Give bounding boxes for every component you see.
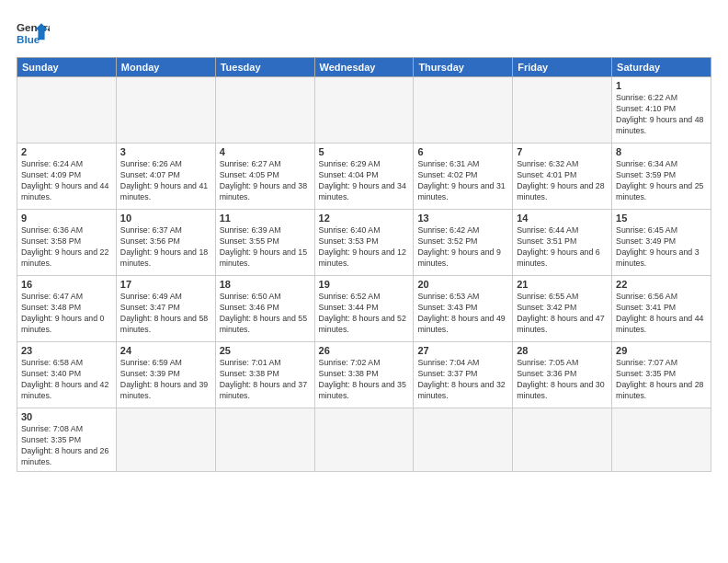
day-info: Sunrise: 6:55 AM Sunset: 3:42 PM Dayligh… (517, 292, 608, 336)
calendar-cell: 25Sunrise: 7:01 AM Sunset: 3:38 PM Dayli… (215, 342, 314, 408)
calendar-cell: 4Sunrise: 6:27 AM Sunset: 4:05 PM Daylig… (215, 144, 314, 210)
calendar-cell: 21Sunrise: 6:55 AM Sunset: 3:42 PM Dayli… (513, 276, 612, 342)
date-number: 3 (120, 146, 211, 157)
day-info: Sunrise: 6:27 AM Sunset: 4:05 PM Dayligh… (220, 159, 311, 203)
day-info: Sunrise: 6:53 AM Sunset: 3:43 PM Dayligh… (417, 292, 508, 336)
date-number: 8 (616, 146, 707, 157)
calendar-cell: 27Sunrise: 7:04 AM Sunset: 3:37 PM Dayli… (414, 342, 513, 408)
weekday-header-sunday: Sunday (17, 58, 117, 77)
calendar-cell: 26Sunrise: 7:02 AM Sunset: 3:38 PM Dayli… (314, 342, 414, 408)
day-info: Sunrise: 7:08 AM Sunset: 3:35 PM Dayligh… (21, 424, 112, 468)
calendar-cell: 18Sunrise: 6:50 AM Sunset: 3:46 PM Dayli… (215, 276, 314, 342)
calendar-cell: 15Sunrise: 6:45 AM Sunset: 3:49 PM Dayli… (612, 210, 711, 276)
weekday-header-friday: Friday (513, 58, 612, 77)
day-info: Sunrise: 7:05 AM Sunset: 3:36 PM Dayligh… (517, 358, 608, 402)
calendar-cell (612, 408, 711, 472)
date-number: 30 (21, 411, 112, 422)
date-number: 19 (319, 279, 410, 290)
day-info: Sunrise: 6:52 AM Sunset: 3:44 PM Dayligh… (319, 292, 410, 336)
calendar-cell: 24Sunrise: 6:59 AM Sunset: 3:39 PM Dayli… (116, 342, 215, 408)
day-info: Sunrise: 6:34 AM Sunset: 3:59 PM Dayligh… (616, 159, 707, 203)
generalblue-icon: General Blue (17, 17, 50, 50)
date-number: 23 (21, 345, 112, 356)
calendar-cell (414, 77, 513, 144)
calendar-cell: 22Sunrise: 6:56 AM Sunset: 3:41 PM Dayli… (612, 276, 711, 342)
date-number: 13 (417, 213, 508, 224)
date-number: 6 (417, 146, 508, 157)
date-number: 15 (616, 213, 707, 224)
day-info: Sunrise: 6:26 AM Sunset: 4:07 PM Dayligh… (120, 159, 211, 203)
date-number: 12 (319, 213, 410, 224)
calendar-cell: 28Sunrise: 7:05 AM Sunset: 3:36 PM Dayli… (513, 342, 612, 408)
day-info: Sunrise: 6:42 AM Sunset: 3:52 PM Dayligh… (417, 225, 508, 270)
date-number: 14 (517, 213, 608, 224)
day-info: Sunrise: 6:44 AM Sunset: 3:51 PM Dayligh… (517, 225, 608, 270)
day-info: Sunrise: 6:31 AM Sunset: 4:02 PM Dayligh… (417, 159, 508, 203)
calendar-week-row: 2Sunrise: 6:24 AM Sunset: 4:09 PM Daylig… (17, 144, 711, 210)
calendar-cell: 2Sunrise: 6:24 AM Sunset: 4:09 PM Daylig… (17, 144, 117, 210)
date-number: 9 (21, 213, 112, 224)
calendar-week-row: 1Sunrise: 6:22 AM Sunset: 4:10 PM Daylig… (17, 77, 711, 144)
calendar-cell: 17Sunrise: 6:49 AM Sunset: 3:47 PM Dayli… (116, 276, 215, 342)
date-number: 4 (220, 146, 311, 157)
day-info: Sunrise: 6:39 AM Sunset: 3:55 PM Dayligh… (220, 225, 311, 270)
calendar-cell (414, 408, 513, 472)
calendar-cell: 30Sunrise: 7:08 AM Sunset: 3:35 PM Dayli… (17, 408, 117, 472)
calendar-cell: 5Sunrise: 6:29 AM Sunset: 4:04 PM Daylig… (314, 144, 414, 210)
date-number: 21 (517, 279, 608, 290)
day-info: Sunrise: 6:37 AM Sunset: 3:56 PM Dayligh… (120, 225, 211, 270)
calendar-week-row: 9Sunrise: 6:36 AM Sunset: 3:58 PM Daylig… (17, 210, 711, 276)
day-info: Sunrise: 6:47 AM Sunset: 3:48 PM Dayligh… (21, 292, 112, 336)
calendar-cell: 16Sunrise: 6:47 AM Sunset: 3:48 PM Dayli… (17, 276, 117, 342)
calendar-cell: 8Sunrise: 6:34 AM Sunset: 3:59 PM Daylig… (612, 144, 711, 210)
date-number: 18 (220, 279, 311, 290)
calendar-cell (513, 77, 612, 144)
calendar-cell: 3Sunrise: 6:26 AM Sunset: 4:07 PM Daylig… (116, 144, 215, 210)
date-number: 5 (319, 146, 410, 157)
date-number: 20 (417, 279, 508, 290)
weekday-header-tuesday: Tuesday (215, 58, 314, 77)
logo: General Blue (17, 17, 50, 50)
day-info: Sunrise: 7:01 AM Sunset: 3:38 PM Dayligh… (220, 358, 311, 402)
calendar-cell: 13Sunrise: 6:42 AM Sunset: 3:52 PM Dayli… (414, 210, 513, 276)
day-info: Sunrise: 6:32 AM Sunset: 4:01 PM Dayligh… (517, 159, 608, 203)
calendar-week-row: 30Sunrise: 7:08 AM Sunset: 3:35 PM Dayli… (17, 408, 711, 472)
calendar-cell: 10Sunrise: 6:37 AM Sunset: 3:56 PM Dayli… (116, 210, 215, 276)
calendar-cell (314, 408, 414, 472)
day-info: Sunrise: 6:40 AM Sunset: 3:53 PM Dayligh… (319, 225, 410, 270)
calendar-cell (513, 408, 612, 472)
calendar-cell (314, 77, 414, 144)
day-info: Sunrise: 6:36 AM Sunset: 3:58 PM Dayligh… (21, 225, 112, 270)
day-info: Sunrise: 6:56 AM Sunset: 3:41 PM Dayligh… (616, 292, 707, 336)
calendar-cell (215, 77, 314, 144)
day-info: Sunrise: 7:02 AM Sunset: 3:38 PM Dayligh… (319, 358, 410, 402)
calendar-cell: 6Sunrise: 6:31 AM Sunset: 4:02 PM Daylig… (414, 144, 513, 210)
calendar-cell (116, 408, 215, 472)
calendar-cell (17, 77, 117, 144)
calendar-cell (116, 77, 215, 144)
calendar-cell: 19Sunrise: 6:52 AM Sunset: 3:44 PM Dayli… (314, 276, 414, 342)
day-info: Sunrise: 6:58 AM Sunset: 3:40 PM Dayligh… (21, 358, 112, 402)
day-info: Sunrise: 7:04 AM Sunset: 3:37 PM Dayligh… (417, 358, 508, 402)
weekday-header-monday: Monday (116, 58, 215, 77)
date-number: 17 (120, 279, 211, 290)
date-number: 10 (120, 213, 211, 224)
page: General Blue SundayMondayTuesdayWednesda… (0, 0, 728, 563)
calendar-cell: 14Sunrise: 6:44 AM Sunset: 3:51 PM Dayli… (513, 210, 612, 276)
date-number: 27 (417, 345, 508, 356)
calendar-table: SundayMondayTuesdayWednesdayThursdayFrid… (17, 57, 711, 472)
calendar-cell: 1Sunrise: 6:22 AM Sunset: 4:10 PM Daylig… (612, 77, 711, 144)
date-number: 7 (517, 146, 608, 157)
calendar-cell: 11Sunrise: 6:39 AM Sunset: 3:55 PM Dayli… (215, 210, 314, 276)
day-info: Sunrise: 6:29 AM Sunset: 4:04 PM Dayligh… (319, 159, 410, 203)
calendar-week-row: 23Sunrise: 6:58 AM Sunset: 3:40 PM Dayli… (17, 342, 711, 408)
calendar-cell: 20Sunrise: 6:53 AM Sunset: 3:43 PM Dayli… (414, 276, 513, 342)
day-info: Sunrise: 6:45 AM Sunset: 3:49 PM Dayligh… (616, 225, 707, 270)
calendar-cell: 7Sunrise: 6:32 AM Sunset: 4:01 PM Daylig… (513, 144, 612, 210)
calendar-cell: 29Sunrise: 7:07 AM Sunset: 3:35 PM Dayli… (612, 342, 711, 408)
date-number: 16 (21, 279, 112, 290)
date-number: 1 (616, 80, 707, 91)
svg-text:Blue: Blue (17, 33, 40, 45)
weekday-header-thursday: Thursday (414, 58, 513, 77)
calendar-cell: 12Sunrise: 6:40 AM Sunset: 3:53 PM Dayli… (314, 210, 414, 276)
